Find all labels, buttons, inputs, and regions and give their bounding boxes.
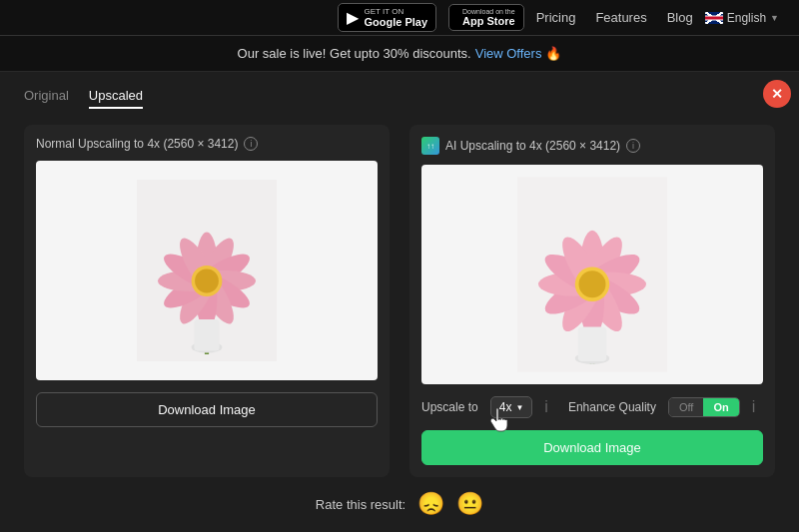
app-store-badge[interactable]: Download on the App Store — [448, 4, 524, 31]
app-store-text: Download on the App Store — [462, 8, 515, 27]
upscale-select[interactable]: 4x ▼ — [490, 396, 533, 418]
language-label: English — [727, 11, 766, 25]
tab-original[interactable]: Original — [24, 88, 69, 109]
svg-rect-17 — [194, 319, 219, 351]
upscale-value: 4x — [499, 400, 512, 414]
ai-image-container — [421, 165, 763, 384]
view-offers-link[interactable]: View Offers — [475, 46, 542, 61]
toggle-on-option[interactable]: On — [703, 398, 738, 416]
google-play-name: Google Play — [364, 16, 427, 28]
uk-flag-icon — [705, 12, 723, 24]
nav-links: Pricing Features Blog — [536, 10, 693, 25]
ai-title-text: AI Upscaling to 4x (2560 × 3412) — [445, 139, 620, 153]
rating-row: Rate this result: 😞 😐 — [24, 491, 775, 517]
ai-panel-title: ↑↑ AI Upscaling to 4x (2560 × 3412) i — [421, 137, 763, 155]
normal-title-text: Normal Upscaling to 4x (2560 × 3412) — [36, 137, 238, 151]
normal-image-container — [36, 161, 378, 380]
toggle-off-option[interactable]: Off — [669, 398, 703, 416]
google-play-badge[interactable]: ▶ GET IT ON Google Play — [338, 3, 436, 32]
ai-upscale-icon: ↑↑ — [421, 137, 439, 155]
rating-label: Rate this result: — [316, 497, 405, 512]
main-content: ✕ Original Upscaled Normal Upscaling to … — [0, 72, 799, 532]
download-ai-button[interactable]: Download Image — [421, 430, 763, 465]
normal-flower-image — [137, 171, 277, 370]
features-link[interactable]: Features — [595, 10, 646, 25]
sale-text: Our sale is live! Get upto 30% discounts… — [238, 46, 471, 61]
download-normal-button[interactable]: Download Image — [36, 392, 378, 427]
google-play-icon: ▶ — [347, 8, 359, 27]
chevron-down-icon-upscale: ▼ — [515, 403, 523, 412]
sale-banner: Our sale is live! Get upto 30% discounts… — [0, 36, 799, 72]
google-play-top: GET IT ON — [364, 7, 427, 16]
language-selector[interactable]: English ▼ — [705, 11, 779, 25]
pricing-link[interactable]: Pricing — [536, 10, 576, 25]
normal-upscale-panel: Normal Upscaling to 4x (2560 × 3412) i — [24, 125, 390, 477]
info-icon-upscale[interactable]: i — [544, 398, 548, 416]
info-icon-right[interactable]: i — [626, 139, 640, 153]
svg-rect-35 — [578, 327, 607, 362]
neutral-rating-button[interactable]: 😐 — [456, 491, 483, 517]
enhance-quality-toggle[interactable]: Off On — [668, 397, 740, 417]
controls-row: Upscale to 4x ▼ i Enhance Quality Off On… — [421, 396, 763, 418]
ai-flower-image — [517, 170, 667, 379]
close-icon: ✕ — [771, 86, 783, 102]
normal-panel-title: Normal Upscaling to 4x (2560 × 3412) i — [36, 137, 378, 151]
info-icon-enhance[interactable]: i — [752, 398, 756, 416]
chevron-down-icon: ▼ — [770, 13, 779, 23]
info-icon-left[interactable]: i — [244, 137, 258, 151]
tabs: Original Upscaled — [24, 88, 775, 109]
upscale-to-label: Upscale to — [421, 400, 478, 414]
google-play-text: GET IT ON Google Play — [364, 7, 427, 28]
fire-emoji: 🔥 — [545, 46, 561, 61]
top-navigation: ▶ GET IT ON Google Play Download on the … — [0, 0, 799, 36]
app-store-name: App Store — [462, 15, 515, 27]
enhance-quality-label: Enhance Quality — [568, 400, 656, 414]
tab-upscaled[interactable]: Upscaled — [89, 88, 143, 109]
blog-link[interactable]: Blog — [667, 10, 693, 25]
close-button[interactable]: ✕ — [763, 80, 791, 108]
sad-rating-button[interactable]: 😞 — [417, 491, 444, 517]
svg-point-15 — [195, 269, 219, 293]
comparison-grid: Normal Upscaling to 4x (2560 × 3412) i — [24, 125, 775, 477]
app-store-top: Download on the — [462, 8, 515, 15]
svg-point-33 — [579, 270, 606, 297]
ai-upscale-panel: ↑↑ AI Upscaling to 4x (2560 × 3412) i — [409, 125, 775, 477]
